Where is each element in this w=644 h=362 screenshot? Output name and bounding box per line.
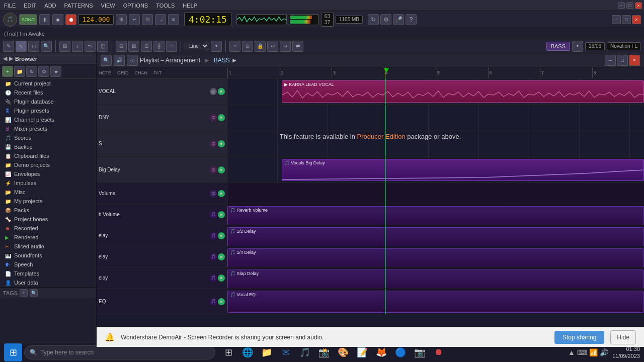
menu-item-tools[interactable]: TOOLS xyxy=(154,3,177,9)
auto-btn[interactable]: 〜 xyxy=(85,41,96,52)
solo-btn[interactable]: ⊙ xyxy=(242,41,253,52)
draw-tool[interactable]: ✎ xyxy=(3,41,14,52)
select-tool[interactable]: ↖ xyxy=(16,41,27,52)
clip-btn[interactable]: ◫ xyxy=(97,41,108,52)
sidebar-item-my-projects[interactable]: 📁 My projects xyxy=(0,197,96,206)
tray-volume-icon[interactable]: 🔊 xyxy=(600,348,608,356)
sidebar-item-scores[interactable]: 🎵 Scores xyxy=(0,133,96,142)
record-btn[interactable]: ⏺ xyxy=(65,14,76,25)
step-btn[interactable]: ≡ xyxy=(168,14,179,25)
close-btn[interactable]: × xyxy=(635,2,642,9)
sidebar-item-soundfonts[interactable]: 🎹 Soundfonts xyxy=(0,251,96,260)
pattern-btn[interactable]: ⊞ xyxy=(59,41,70,52)
piano-roll-btn[interactable]: 𝄞 xyxy=(153,41,165,52)
sidebar-item-plugin-presets[interactable]: 🎛 Plugin presets xyxy=(0,106,96,115)
bpm-display[interactable]: 124.000 xyxy=(78,14,114,25)
track-content-slapdelay[interactable]: 🎵 Slap Delay xyxy=(227,267,644,288)
track-active-rbvol[interactable]: ■ xyxy=(218,211,225,218)
track-mute-bigdelay[interactable]: ◎ xyxy=(210,166,217,173)
clip-vocals-bigdelay[interactable]: 🎵 Vocals Big Delay xyxy=(282,159,644,181)
channel-bass-label[interactable]: BASS xyxy=(546,42,570,51)
playlist-close-btn[interactable]: × xyxy=(629,55,640,66)
lock-btn[interactable]: 🔒 xyxy=(255,41,266,52)
track-auto-halfdelay[interactable]: 🎵 xyxy=(210,232,217,239)
track-active-dny[interactable]: ■ xyxy=(218,114,225,121)
new-folder-btn[interactable]: 📁 xyxy=(14,66,25,77)
track-mute-dny[interactable]: ◎ xyxy=(210,114,217,121)
maximize-btn[interactable]: □ xyxy=(626,2,633,9)
sidebar-item-recorded[interactable]: ⏺ Recorded xyxy=(0,224,96,233)
track-content-rbvolume[interactable]: 🎵 Reverb Volume xyxy=(227,204,644,225)
sidebar-item-channel-presets[interactable]: 📊 Channel presets xyxy=(0,115,96,124)
mic-icon[interactable]: 🎤 xyxy=(393,14,404,25)
sidebar-item-templates[interactable]: 📄 Templates xyxy=(0,269,96,278)
win-close-btn[interactable]: × xyxy=(632,15,641,24)
track-content-dny[interactable] xyxy=(227,105,644,130)
add-btn[interactable]: + xyxy=(2,66,13,77)
tags-search-btn[interactable]: 🔍 xyxy=(30,289,38,297)
forward-icon[interactable]: ▶ xyxy=(9,55,13,62)
redo-btn[interactable]: ↪ xyxy=(280,41,291,52)
mode-arrow[interactable]: ▼ xyxy=(211,41,222,52)
track-auto-vocaleq[interactable]: 🎵 xyxy=(210,298,217,305)
track-content-quarterdelay[interactable]: 🎵 1/4 Delay xyxy=(227,246,644,267)
track-auto-quarterdelay[interactable]: 🎵 xyxy=(210,253,217,260)
sidebar-item-current-project[interactable]: 📁 Current project xyxy=(0,79,96,88)
metro-btn[interactable]: 𝅗𝅥 xyxy=(155,14,166,25)
start-button[interactable]: ⊞ xyxy=(4,343,22,361)
menu-item-file[interactable]: FILE xyxy=(2,3,18,9)
grid-btn1[interactable]: ⊟ xyxy=(116,41,127,52)
config-btn[interactable]: ⚙ xyxy=(38,66,49,77)
sidebar-item-impulses[interactable]: ⚡ Impulses xyxy=(0,178,96,188)
sidebar-item-speech[interactable]: 🗣 Speech xyxy=(0,260,96,269)
track-active-vocal[interactable]: ■ xyxy=(218,88,225,95)
mute-btn[interactable]: ○ xyxy=(229,41,240,52)
playlist-restore-btn[interactable]: □ xyxy=(617,55,628,66)
playlist-nav-btn[interactable]: ◁ xyxy=(127,55,138,66)
clip-half-delay[interactable]: 🎵 1/2 Delay xyxy=(227,227,644,246)
sidebar-item-envelopes[interactable]: 📈 Envelopes xyxy=(0,169,96,178)
track-mute-vol[interactable]: ◎ xyxy=(210,190,217,197)
track-content-vocaleq[interactable]: 🎵 Vocal EQ xyxy=(227,289,644,314)
track-content-bigdelay[interactable]: 🎵 Vocals Big Delay xyxy=(227,157,644,183)
erase-tool[interactable]: ◻ xyxy=(28,41,39,52)
menu-item-add[interactable]: ADD xyxy=(42,3,58,9)
track-mute-vocal[interactable]: ◎ xyxy=(210,88,217,95)
track-auto-slapdelay[interactable]: 🎵 xyxy=(210,275,217,282)
clip-quarter-delay[interactable]: 🎵 1/4 Delay xyxy=(227,248,644,267)
track-active-s[interactable]: ■ xyxy=(218,140,225,147)
clip-slap-delay[interactable]: 🎵 Slap Delay xyxy=(227,269,644,288)
sidebar-item-mixer-presets[interactable]: 🎚 Mixer presets xyxy=(0,124,96,133)
sidebar-item-packs[interactable]: 📦 Packs xyxy=(0,206,96,215)
track-active-bigdelay[interactable]: ■ xyxy=(218,166,225,173)
menu-item-options[interactable]: OPTIONS xyxy=(121,3,150,9)
grid-btn3[interactable]: ⊡ xyxy=(141,41,152,52)
track-mute-s[interactable]: ◎ xyxy=(210,140,217,147)
loop-btn[interactable]: ↩ xyxy=(129,14,140,25)
bass-breadcrumb[interactable]: BASS xyxy=(214,57,230,64)
track-active-quarterdelay[interactable]: ■ xyxy=(218,253,225,260)
song-mode-btn[interactable]: SONG xyxy=(19,14,37,25)
sidebar-item-recent-files[interactable]: 🕐 Recent files xyxy=(0,88,96,97)
help-icon[interactable]: ? xyxy=(406,14,417,25)
mixer-btn[interactable]: ≡ xyxy=(166,41,177,52)
taskbar-clock[interactable]: 01:30 11/09/2023 xyxy=(612,345,640,359)
clip-vocal-eq[interactable]: 🎵 Vocal EQ xyxy=(227,291,644,313)
line-mode-select[interactable]: Line xyxy=(185,42,209,50)
refresh-btn[interactable]: ↻ xyxy=(26,66,37,77)
tray-network-icon[interactable]: 📶 xyxy=(589,348,598,356)
track-active-halfdelay[interactable]: ■ xyxy=(218,232,225,239)
track-auto-icon[interactable]: 🎵 xyxy=(210,211,217,218)
track-content-volume[interactable] xyxy=(227,183,644,204)
snap-btn[interactable]: ⊞ xyxy=(116,14,127,25)
clip-reverb-volume[interactable]: 🎵 Reverb Volume xyxy=(227,206,644,225)
clip-karra-vocal[interactable]: ▶ KARRA LEAD VOCAL xyxy=(282,80,644,103)
sidebar-item-demo-projects[interactable]: 📁 Demo projects xyxy=(0,160,96,169)
punch-btn[interactable]: ⊡ xyxy=(142,14,153,25)
undo-btn[interactable]: ↩ xyxy=(267,41,278,52)
sidebar-item-misc[interactable]: 📂 Misc xyxy=(0,188,96,197)
track-active-vocaleq[interactable]: ■ xyxy=(218,298,225,305)
tray-keyboard-icon[interactable]: ⌨ xyxy=(577,348,587,356)
refresh-icon[interactable]: ↻ xyxy=(368,14,379,25)
sidebar-item-backup[interactable]: 💾 Backup xyxy=(0,142,96,151)
